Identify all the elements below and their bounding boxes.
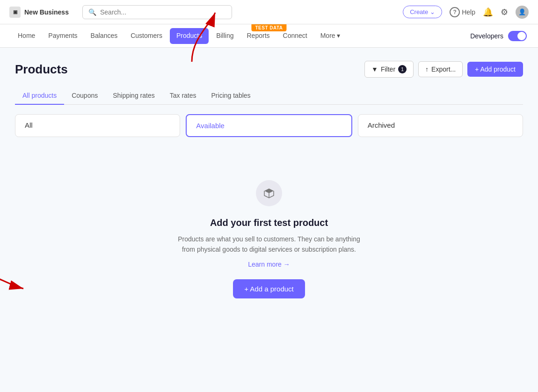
brand-name: New Business — [24, 8, 69, 16]
empty-state-icon — [256, 180, 282, 206]
developers-toggle[interactable] — [508, 31, 527, 41]
nav-item-customers[interactable]: Customers — [124, 24, 169, 48]
search-bar[interactable]: 🔍 — [82, 5, 232, 19]
learn-more-link[interactable]: Learn more → — [248, 261, 290, 268]
developers-label: Developers — [470, 32, 503, 40]
help-button[interactable]: ? Help — [450, 7, 475, 17]
pill-archived[interactable]: Archived — [358, 114, 523, 137]
tab-all-products[interactable]: All products — [15, 87, 64, 105]
test-data-badge: TEST DATA — [251, 24, 286, 31]
pill-available[interactable]: Available — [186, 114, 352, 137]
search-input[interactable] — [100, 8, 226, 16]
empty-state-title: Add your first test product — [210, 218, 328, 228]
pill-all[interactable]: All — [15, 114, 180, 137]
filter-count-badge: 1 — [398, 65, 407, 73]
box-icon — [262, 187, 276, 200]
brand: ▣ New Business — [9, 7, 75, 18]
export-icon: ↑ — [425, 65, 429, 73]
user-avatar[interactable]: 👤 — [516, 6, 529, 19]
tab-pricing-tables[interactable]: Pricing tables — [204, 87, 258, 105]
topbar: ▣ New Business 🔍 Create ⌄ ? Help 🔔 ⚙ 👤 — [0, 0, 538, 24]
help-icon: ? — [450, 7, 460, 17]
sub-tabs: All products Coupons Shipping rates Tax … — [15, 87, 523, 105]
arrow-to-add-product — [0, 265, 29, 298]
nav-item-billing[interactable]: Billing — [210, 24, 240, 48]
tab-coupons[interactable]: Coupons — [64, 87, 105, 105]
empty-state-description: Products are what you sell to customers.… — [175, 234, 363, 255]
search-icon: 🔍 — [88, 8, 96, 16]
filter-button[interactable]: ▼ Filter 1 — [364, 61, 414, 78]
filter-icon: ▼ — [371, 65, 378, 73]
nav-item-products[interactable]: Products — [170, 28, 209, 44]
svg-marker-1 — [264, 189, 274, 193]
nav-item-more[interactable]: More ▾ — [314, 24, 347, 48]
nav-item-balances[interactable]: Balances — [84, 24, 124, 48]
page-header: Products ▼ Filter 1 ↑ Export... + Add pr… — [15, 61, 523, 78]
chevron-down-icon: ⌄ — [430, 8, 435, 15]
page-content: Products ▼ Filter 1 ↑ Export... + Add pr… — [0, 48, 538, 391]
filter-pills: All Available Archived — [15, 114, 523, 137]
notifications-icon[interactable]: 🔔 — [483, 7, 493, 17]
empty-state: Add your first test product Products are… — [15, 152, 523, 317]
settings-icon[interactable]: ⚙ — [501, 7, 508, 17]
page-title: Products — [15, 62, 68, 77]
brand-icon: ▣ — [9, 7, 21, 18]
create-button[interactable]: Create ⌄ — [403, 6, 442, 18]
export-button[interactable]: ↑ Export... — [418, 61, 463, 77]
tab-tax-rates[interactable]: Tax rates — [162, 87, 204, 105]
header-actions: ▼ Filter 1 ↑ Export... + Add product — [364, 61, 523, 78]
nav-item-payments[interactable]: Payments — [42, 24, 84, 48]
tab-shipping-rates[interactable]: Shipping rates — [105, 87, 162, 105]
topbar-right: Create ⌄ ? Help 🔔 ⚙ 👤 — [403, 6, 529, 19]
add-product-header-button[interactable]: + Add product — [467, 62, 523, 77]
main-nav: Home Payments Balances Customers Product… — [0, 24, 538, 48]
developers-section: Developers — [470, 31, 527, 41]
add-product-main-button[interactable]: + Add a product — [233, 279, 305, 298]
nav-item-home[interactable]: Home — [11, 24, 42, 48]
